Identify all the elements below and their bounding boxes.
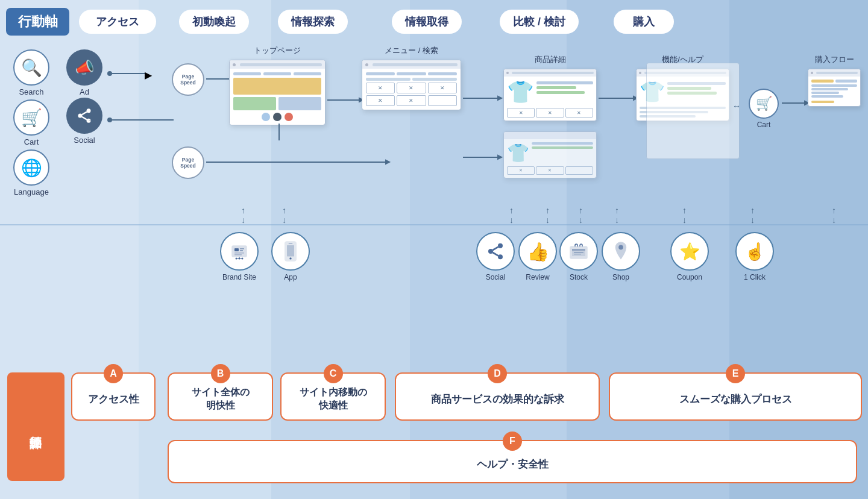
pil2	[532, 146, 593, 149]
vert-arrows-app: ↑ ↓	[282, 206, 286, 224]
vert-arrows-1click: ↑ ↓	[750, 206, 755, 224]
nav-item	[233, 72, 261, 75]
browser-url2	[373, 63, 458, 66]
pill-joho: 情報探索	[278, 10, 348, 34]
purchase-title: 購入フロー	[815, 54, 854, 65]
shop-label: Shop	[612, 273, 629, 281]
product-info	[536, 80, 593, 105]
pfl1	[811, 84, 857, 87]
shop-item: Shop	[602, 232, 640, 281]
eval-text-f: ヘルプ・安全性	[477, 457, 549, 471]
cell5: ✕	[397, 95, 426, 106]
prod-line3	[536, 91, 585, 94]
review-item: 👍 Review	[518, 232, 557, 281]
language-label: Language	[14, 187, 49, 196]
oneclick-icon: ☝️	[735, 232, 774, 271]
eval-badge-a: A	[104, 364, 123, 383]
prod-line2	[536, 86, 576, 89]
arrow-ad: →	[87, 68, 95, 77]
vert-arrows-review: ↑ ↓	[546, 206, 550, 224]
svg-rect-18	[287, 245, 294, 257]
page-speed-1: PageSpeed	[172, 63, 204, 96]
tshirt-2: 👕	[507, 142, 529, 163]
pill-hikaku: 比較 / 検討	[500, 10, 579, 34]
cell1: ✕	[366, 83, 395, 93]
product-browser2: 👕 ✕ ✕	[503, 131, 597, 178]
browser-content-3: 👕	[504, 77, 596, 108]
top-page-browser	[229, 60, 326, 125]
product-detail-section2: 👕 ✕ ✕	[503, 131, 597, 178]
product-detail-section: 商品詳細 👕 ✕ ✕ ✕	[503, 54, 597, 121]
app-icon	[271, 232, 310, 271]
browser-bar-1	[230, 60, 325, 69]
arrow-head-mp: ▶	[497, 93, 503, 102]
search-label: Search	[19, 87, 43, 96]
browser-url	[240, 63, 322, 66]
pfl3	[811, 92, 839, 94]
pg2b: ✕	[536, 166, 564, 175]
menu-browser: ✕ ✕ ✕ ✕ ✕	[362, 60, 461, 110]
browser-bar-3b	[504, 132, 596, 139]
svg-point-31	[618, 245, 623, 250]
brand-site-icon	[220, 232, 259, 271]
arrow-vert-1	[278, 124, 280, 140]
review-icon: 👍	[518, 232, 557, 271]
coupon-item: ⭐ Coupon	[670, 232, 709, 281]
speed-circle-2: PageSpeed	[172, 146, 204, 179]
access-search: 🔍 Search	[13, 49, 49, 96]
menu-grid: ✕ ✕ ✕ ✕ ✕	[366, 83, 457, 106]
cell2: ✕	[397, 83, 426, 93]
ad-label: Ad	[80, 87, 89, 96]
cart-icon: 🛒	[13, 99, 49, 136]
pfl2	[811, 88, 848, 90]
pg2: ✕	[536, 108, 564, 118]
arrow-prod-help	[599, 98, 635, 99]
m-line1b	[412, 78, 457, 81]
app-item: App	[271, 232, 310, 281]
brand-site-label: Brand Site	[222, 273, 256, 281]
social-bottom-label: Social	[486, 273, 506, 281]
speed-circle-1: PageSpeed	[172, 63, 204, 96]
cell3: ✕	[428, 83, 457, 93]
feature-item1	[233, 97, 276, 110]
svg-point-23	[498, 254, 503, 259]
arrow-menu-product2	[463, 157, 499, 158]
arrow-social2: →	[87, 116, 95, 125]
stock-label: Stock	[570, 273, 588, 281]
main-diagram: 行動軸 アクセス 初動喚起 情報探索 情報取得 比較 / 検討 購入 🔍 Sea…	[0, 0, 868, 499]
arrow-line-1	[110, 73, 146, 74]
action-axis-badge: 行動軸	[6, 8, 69, 36]
pg2c	[565, 166, 593, 175]
eval-badge-b: B	[211, 364, 230, 383]
cart-purchase-icon: 🛒	[749, 89, 779, 119]
circle-red	[285, 113, 293, 121]
browser-bar-5	[808, 69, 860, 77]
app-label: App	[284, 273, 297, 281]
svg-point-21	[498, 243, 503, 248]
access-cart: 🛒 Cart	[13, 99, 49, 146]
arrow-menu-product	[463, 98, 499, 99]
eval-badge-c: C	[324, 364, 343, 383]
m-nav2	[397, 72, 426, 75]
access-language: 🌐 Language	[13, 149, 49, 196]
svg-line-24	[492, 253, 498, 256]
shop-icon	[602, 232, 640, 271]
b-url5	[816, 72, 858, 74]
brand-site-item: Brand Site	[220, 232, 259, 281]
pill-konyu: 購入	[614, 10, 674, 34]
browser-bar-2	[362, 60, 461, 69]
eval-text-c: サイト内移動の快適性	[300, 386, 367, 413]
coupon-icon: ⭐	[670, 232, 709, 271]
feature-row	[233, 97, 321, 110]
pfl5	[811, 101, 834, 103]
pfl4	[811, 95, 843, 98]
pil1	[532, 142, 593, 145]
browser-dot2	[365, 63, 368, 66]
svg-rect-29	[574, 252, 583, 253]
product-title: 商品詳細	[535, 54, 566, 65]
social-item: Social	[476, 232, 515, 281]
svg-rect-28	[572, 249, 585, 251]
eval-text-d: 商品サービスの効果的な訴求	[431, 392, 564, 406]
pg-row2: ✕ ✕	[504, 166, 596, 178]
pf-list	[811, 84, 857, 103]
